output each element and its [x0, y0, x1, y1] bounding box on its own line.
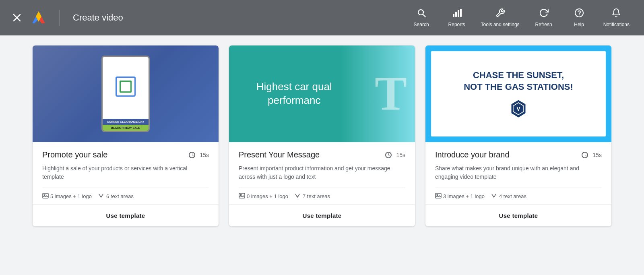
card-body-promote-sale: Promote your sale 15s Highlight a sale o… [33, 142, 219, 205]
card-footer-introduce-brand: Use template [425, 205, 611, 226]
phone-app-icon [116, 77, 136, 97]
card-meta: 5 images + 1 logo 6 text areas [42, 188, 209, 205]
svg-line-4 [423, 14, 425, 17]
card-meta-2: 0 images + 1 logo 7 text areas [239, 188, 405, 205]
text-icon-3 [491, 193, 497, 200]
card-footer-present-message: Use template [229, 205, 415, 226]
card-duration: 15s [189, 152, 209, 158]
notifications-label: Notifications [603, 22, 630, 27]
meta-text-2: 7 text areas [295, 193, 330, 200]
svg-rect-14 [239, 193, 245, 198]
nav-help[interactable]: Help [563, 5, 595, 31]
card-description: Highlight a sale of your products or ser… [42, 164, 209, 181]
phone-mockup: CORNER CLEARANCE DAY BLACK FRIDAY SALE [101, 56, 150, 132]
meta-images-2: 0 images + 1 logo [239, 193, 288, 200]
image-icon-3 [435, 193, 442, 200]
svg-text:V: V [516, 105, 520, 112]
nav-tools[interactable]: Tools and settings [476, 5, 524, 31]
svg-point-21 [437, 194, 438, 196]
thumb3-headline: CHASE THE SUNSET, NOT THE GAS STATIONS! [464, 70, 573, 93]
image-icon [42, 193, 49, 200]
text-icon [98, 193, 105, 200]
nav-reports[interactable]: Reports [441, 5, 473, 31]
app-container: Create video Search [0, 0, 644, 236]
nav-notifications[interactable]: Notifications [599, 5, 634, 31]
use-template-button-present[interactable]: Use template [229, 205, 415, 226]
thumbnail-present-message: Highest car qual performanc T [229, 45, 415, 142]
card-meta-3: 3 images + 1 logo 4 text areas [435, 188, 602, 205]
google-ads-logo [31, 10, 47, 26]
header: Create video Search [0, 0, 644, 35]
phone-label-top: CORNER CLEARANCE DAY [103, 119, 149, 125]
thumbnail-promote-sale: CORNER CLEARANCE DAY BLACK FRIDAY SALE [33, 45, 219, 142]
nav-search[interactable]: Search [405, 5, 438, 31]
meta-text: 6 text areas [98, 193, 134, 200]
card-description-3: Share what makes your brand unique with … [435, 164, 602, 181]
thumbnail-introduce-brand: CHASE THE SUNSET, NOT THE GAS STATIONS! … [425, 45, 611, 142]
card-duration-2: 15s [385, 152, 405, 158]
svg-rect-20 [436, 193, 441, 198]
tools-label: Tools and settings [481, 22, 520, 27]
card-duration-3: 15s [582, 152, 602, 158]
main-content: CORNER CLEARANCE DAY BLACK FRIDAY SALE P… [0, 35, 644, 236]
card-body-present-message: Present Your Message 15s Present importa… [229, 142, 415, 205]
close-button[interactable] [10, 10, 24, 25]
brand-hexagon: V [509, 99, 528, 118]
svg-rect-7 [458, 10, 459, 17]
card-description-2: Present important product information an… [239, 164, 405, 181]
card-title-2: Present Your Message [239, 150, 320, 159]
svg-rect-11 [43, 193, 48, 198]
phone-screen [103, 57, 149, 119]
card-footer-promote-sale: Use template [33, 205, 219, 226]
clock-icon-3 [582, 152, 588, 158]
meta-text-3: 4 text areas [491, 193, 526, 200]
help-label: Help [574, 22, 584, 27]
clock-icon-2 [385, 152, 392, 158]
card-present-message: Highest car qual performanc T Present Yo… [229, 45, 415, 227]
use-template-button-promote[interactable]: Use template [33, 205, 219, 226]
use-template-button-brand[interactable]: Use template [425, 205, 611, 226]
page-title: Create video [73, 12, 123, 23]
header-divider [60, 10, 60, 26]
header-nav: Search Reports [405, 5, 634, 31]
help-icon [574, 8, 584, 20]
thumb2-text: Highest car qual performanc [229, 72, 359, 116]
refresh-label: Refresh [535, 22, 552, 27]
search-label: Search [414, 22, 429, 27]
svg-rect-8 [460, 9, 462, 17]
card-title-row-3: Introduce your brand 15s [435, 150, 602, 159]
clock-icon [189, 152, 195, 158]
card-title-3: Introduce your brand [435, 150, 510, 159]
notifications-icon [611, 8, 621, 20]
svg-rect-6 [455, 12, 457, 17]
tools-icon [495, 8, 505, 20]
meta-images: 5 images + 1 logo [42, 193, 92, 200]
card-promote-sale: CORNER CLEARANCE DAY BLACK FRIDAY SALE P… [32, 45, 219, 227]
phone-banner: BLACK FRIDAY SALE [103, 125, 149, 131]
header-left: Create video [10, 10, 123, 26]
card-introduce-brand: CHASE THE SUNSET, NOT THE GAS STATIONS! … [425, 45, 612, 227]
card-body-introduce-brand: Introduce your brand 15s Share what make… [425, 142, 611, 205]
thumb2-letter: T [375, 70, 407, 118]
card-title: Promote your sale [42, 150, 107, 159]
meta-images-3: 3 images + 1 logo [435, 193, 485, 200]
thumb3-inner: CHASE THE SUNSET, NOT THE GAS STATIONS! … [431, 51, 606, 136]
nav-refresh[interactable]: Refresh [528, 5, 560, 31]
refresh-icon [539, 8, 549, 20]
svg-rect-5 [453, 14, 454, 17]
card-title-row-2: Present Your Message 15s [239, 150, 405, 159]
svg-point-12 [44, 194, 45, 196]
reports-icon [452, 8, 462, 20]
card-title-row: Promote your sale 15s [42, 150, 209, 159]
search-icon [417, 8, 426, 20]
svg-point-15 [240, 194, 242, 196]
image-icon-2 [239, 193, 245, 200]
text-icon-2 [295, 193, 301, 200]
reports-label: Reports [448, 22, 465, 27]
